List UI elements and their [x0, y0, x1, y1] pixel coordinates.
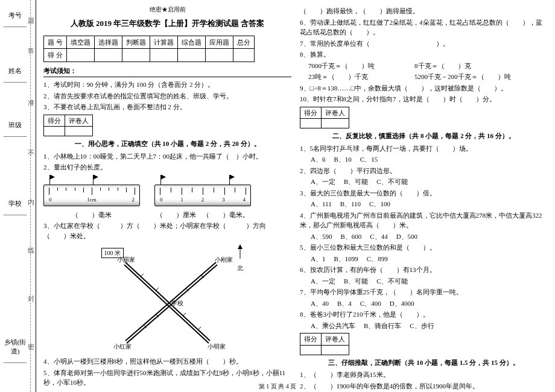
question: 4、广州新电视塔为广州市目前最高的建筑，它比中信大厦高278米，中信大厦高322…	[300, 210, 548, 230]
question: 8、爸爸3小时行了210千米，他是（ ）。	[300, 309, 548, 320]
question: 3、小红家在学校（ ）方（ ）米处；小明家在学校（ ）方向（ ）米处。	[43, 221, 291, 241]
question: 7、平均每个同学体重25千克，（ ）名同学重一吨。	[300, 287, 548, 297]
notice-heading: 考试须知：	[43, 66, 291, 76]
options: A、590B、600C、44D、500	[300, 232, 548, 242]
question: 1、（ ）李老师身高15米。	[300, 370, 548, 380]
binding-label: 姓名_______	[0, 66, 30, 83]
cut-char: 封	[27, 289, 34, 293]
marker-box: 得分评卷人	[43, 115, 93, 137]
section2-title: 二、反复比较，慎重选择（共 8 小题，每题 2 分，共 16 分）。	[300, 131, 548, 141]
flag-icon	[90, 175, 97, 186]
question: 3、最大的三位数是最大一位数的（ ）倍。	[300, 188, 548, 198]
options: A、一定B、可能C、不可能	[300, 276, 548, 286]
ruler-1: 0 1cm 2	[43, 176, 140, 206]
question: 9、□÷8＝138……□中，余数最大填（ ），这时被除数是（ ）。	[300, 83, 548, 93]
binding-label: 乡镇(街道)_______	[0, 338, 30, 363]
exam-title: 人教版 2019 年三年级数学【上册】开学检测试题 含答案	[43, 17, 291, 30]
flag-icon	[227, 175, 233, 186]
content-area: 绝密★启用前 人教版 2019 年三年级数学【上册】开学检测试题 含答案 题 号…	[36, 0, 555, 392]
question: 6、按农历计算，有的年份（ ）有13个月。	[300, 265, 548, 275]
cut-char: 内	[27, 193, 34, 197]
question: 4、小明从一楼到三楼用8秒，照这样他从一楼到五楼用（ ）秒。	[43, 356, 291, 367]
table-row: 题 号 填空题 选择题 判断题 计算题 综合题 应用题 总分	[44, 36, 255, 49]
question-sub: 7000千克＝（ ）吨 8千克＝（ ）克	[300, 61, 548, 71]
svg-line-7	[156, 288, 159, 291]
cut-char: 密	[27, 338, 34, 341]
secret-label: 绝密★启用前	[43, 5, 291, 14]
divider	[43, 77, 291, 77]
question: 2、量出钉子的长度。	[43, 162, 291, 172]
svg-line-4	[125, 262, 216, 341]
house-label: 小刚家	[215, 255, 233, 264]
options: A、40B、4C、400D、4000	[300, 299, 548, 309]
question: 1、5名同学打乒乓球，每两人打一场，共要打（ ）场。	[300, 144, 548, 154]
notice-line: 1、考试时间：90 分钟，满分为 100 分（含卷面分 2 分）。	[43, 80, 291, 90]
house-label: 小丽家	[117, 255, 135, 264]
cut-char: 准	[27, 93, 34, 97]
binding-label: 考号_______	[0, 11, 30, 27]
cut-char: 题	[27, 12, 34, 16]
cut-char: 答	[27, 42, 34, 46]
marker-box: 得分评卷人	[300, 107, 349, 129]
house-label: 小明家	[208, 342, 226, 351]
score-table: 题 号 填空题 选择题 判断题 计算题 综合题 应用题 总分 得 分	[43, 36, 255, 62]
question: 8、换算。	[300, 49, 548, 60]
right-column: （ ）跑得最快，（ ）跑得最慢。 6、劳动课上做纸花，红红做了2朵纸花，4朵蓝花…	[300, 5, 548, 387]
center-label: 学校	[171, 299, 183, 308]
ruler-body: 0 1cm 2	[43, 185, 140, 206]
left-column: 绝密★启用前 人教版 2019 年三年级数学【上册】开学检测试题 含答案 题 号…	[43, 5, 291, 387]
svg-line-8	[183, 313, 186, 316]
ruler-row: 0 1cm 2	[43, 176, 291, 206]
cut-char: 不	[27, 145, 34, 148]
ruler-captions: （ ）毫米 （ ）厘米 （ ）毫米。	[43, 210, 291, 220]
compass-north: 北	[234, 244, 246, 273]
binding-label: 班级_______	[0, 121, 30, 137]
flag-icon	[47, 175, 53, 186]
cut-char: 线	[27, 241, 34, 245]
notice-line: 2、请首先按要求在试卷的指定位置填写您的姓名、班级、学号。	[43, 91, 291, 101]
notice-line: 3、不要在试卷上乱写乱画，卷面不整洁扣 2 分。	[43, 102, 291, 112]
section1-title: 一、用心思考，正确填空（共 10 小题，每题 2 分，共 20 分）。	[43, 139, 291, 149]
options: A、111B、110C、100	[300, 199, 548, 209]
table-row: 得 分	[44, 49, 255, 62]
ruler-body: 0 1 2 3 4	[154, 185, 251, 206]
direction-diagram: 北 100 米 小丽家 小刚家 小红家	[89, 244, 246, 353]
options: A、乘公共汽车B、骑自行车C、步行	[300, 321, 548, 331]
question: 7、常用的长度单位有（ ）。	[300, 39, 548, 49]
question: 1、小林晚上10：00睡觉，第二天早上7：00起床，他一共睡了（ ）小时。	[43, 151, 291, 162]
question: 10、时针在7和8之间，分针指向7，这时是（ ）时（ ）分。	[300, 94, 548, 104]
options: A、1B、1099C、899	[300, 254, 548, 264]
svg-line-6	[141, 274, 144, 277]
exam-page: 考号_______ 姓名_______ 班级_______ 学校_______ …	[0, 0, 555, 392]
house-label: 小红家	[113, 342, 132, 351]
ruler-2: 0 1 2 3 4	[154, 176, 251, 206]
section3-title: 三、仔细推敲，正确判断（共 10 小题，每题 1.5 分，共 15 分）。	[300, 358, 548, 368]
question: 6、劳动课上做纸花，红红做了2朵纸花，4朵蓝花，红花占纸花总数的（ ），蓝花占纸…	[300, 17, 548, 37]
question: 5、最小三位数和最大三位数的和是（ ）。	[300, 242, 548, 253]
marker-box: 得分评卷人	[300, 333, 349, 355]
question: 2、四边形（ ）平行四边形。	[300, 166, 548, 176]
options: A、一定B、可能C、不可能	[300, 177, 548, 187]
svg-line-9	[198, 327, 201, 330]
binding-label: 学校_______	[0, 199, 30, 215]
question-cont: （ ）跑得最快，（ ）跑得最慢。	[300, 6, 548, 16]
binding-column: 考号_______ 姓名_______ 班级_______ 学校_______ …	[0, 0, 36, 392]
svg-marker-1	[238, 244, 243, 249]
question-sub: 23吨＝（ ）千克 5200千克－200千克＝（ ）吨	[300, 72, 548, 82]
options: A、6B、10C、15	[300, 154, 548, 165]
flag-icon	[158, 175, 164, 186]
page-footer: 第 1 页 共 4 页	[0, 382, 555, 391]
